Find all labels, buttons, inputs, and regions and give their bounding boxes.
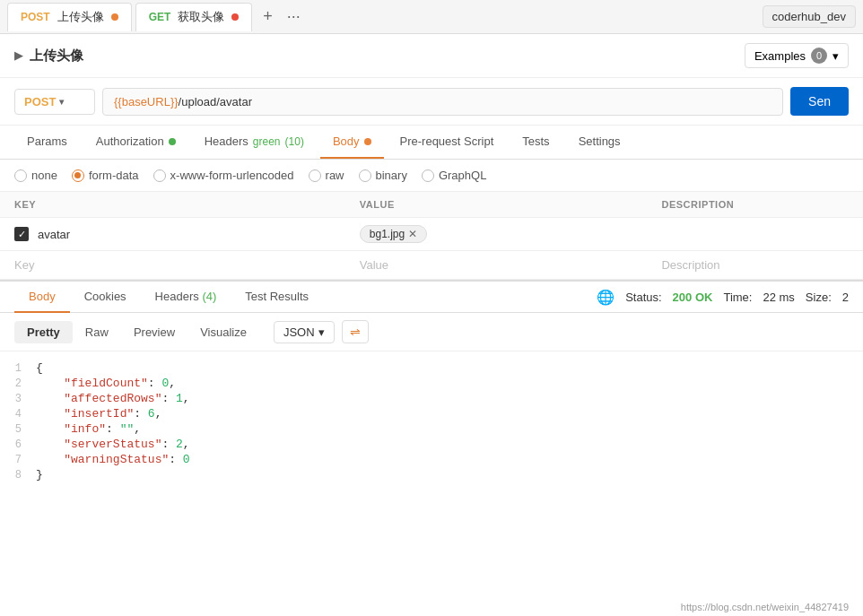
globe-icon: 🌐 bbox=[597, 289, 615, 306]
desc-placeholder: Description bbox=[661, 258, 719, 272]
file-remove-button[interactable]: ✕ bbox=[408, 228, 417, 240]
resp-tab-headers[interactable]: Headers (4) bbox=[141, 282, 231, 313]
tab-settings-label: Settings bbox=[579, 134, 621, 148]
size-label: Size: bbox=[806, 291, 832, 304]
row-key-value: avatar bbox=[38, 228, 70, 241]
code-line-6: 6 "serverStatus": 2, bbox=[0, 437, 863, 452]
line-content-8: } bbox=[36, 468, 43, 482]
line-content-7: "warningStatus": 0 bbox=[36, 453, 190, 466]
coderhub-badge-area: coderhub_dev bbox=[763, 5, 856, 28]
resp-headers-label: Headers bbox=[155, 290, 199, 303]
line-content-2: "fieldCount": 0, bbox=[36, 377, 176, 390]
add-tab-button[interactable]: + bbox=[259, 4, 276, 30]
examples-chevron-icon: ▾ bbox=[832, 49, 839, 63]
line-content-3: "affectedRows": 1, bbox=[36, 392, 190, 405]
empty-desc-cell[interactable]: Description bbox=[647, 251, 863, 280]
line-num-6: 6 bbox=[0, 438, 36, 451]
code-line-1: 1 { bbox=[0, 360, 863, 376]
col-key-header: KEY bbox=[0, 192, 345, 218]
tab-params-label: Params bbox=[27, 134, 67, 148]
examples-button[interactable]: Examples 0 ▾ bbox=[745, 43, 849, 68]
view-preview-label: Preview bbox=[134, 325, 175, 339]
code-viewer: 1 { 2 "fieldCount": 0, 3 "affectedRows":… bbox=[0, 351, 863, 491]
footer-bar: https://blog.csdn.net/weixin_44827419 bbox=[667, 598, 863, 616]
file-badge: bg1.jpg ✕ bbox=[360, 225, 427, 243]
response-tabs: Body Cookies Headers (4) Test Results 🌐 … bbox=[0, 280, 863, 313]
body-type-row: none form-data x-www-form-urlencoded raw… bbox=[0, 160, 863, 192]
line-content-4: "insertId": 6, bbox=[36, 407, 161, 421]
view-tabs: Pretty Raw Preview Visualize JSON ▾ ⇌ bbox=[0, 313, 863, 351]
radio-urlencoded[interactable]: x-www-form-urlencoded bbox=[153, 169, 294, 182]
radio-none-circle bbox=[14, 169, 27, 182]
headers-count-num: (10) bbox=[285, 135, 304, 148]
tab-post-upload[interactable]: POST 上传头像 bbox=[7, 3, 132, 31]
url-suffix: /upload/avatar bbox=[179, 95, 252, 108]
radio-form-data-label: form-data bbox=[89, 169, 139, 182]
resp-tab-cookies[interactable]: Cookies bbox=[70, 282, 141, 313]
authorization-dot bbox=[169, 138, 176, 145]
status-label: Status: bbox=[625, 291, 661, 304]
radio-binary[interactable]: binary bbox=[359, 169, 407, 182]
row-value-cell[interactable]: bg1.jpg ✕ bbox=[345, 218, 648, 251]
radio-urlencoded-label: x-www-form-urlencoded bbox=[170, 169, 294, 182]
empty-key-cell[interactable]: Key bbox=[0, 251, 345, 280]
tab-body-label: Body bbox=[333, 134, 360, 148]
radio-binary-label: binary bbox=[376, 169, 407, 182]
method-select[interactable]: POST ▾ bbox=[14, 89, 95, 115]
request-tabs: Params Authorization Headers green (10) … bbox=[0, 126, 863, 160]
tab-get-name: 获取头像 bbox=[178, 9, 224, 25]
format-arrow-icon: ▾ bbox=[318, 325, 325, 339]
tab-body[interactable]: Body bbox=[320, 126, 384, 159]
code-line-4: 4 "insertId": 6, bbox=[0, 406, 863, 421]
file-name: bg1.jpg bbox=[370, 228, 405, 240]
request-title-bar: ▶ 上传头像 Examples 0 ▾ bbox=[0, 34, 863, 78]
view-tab-visualize[interactable]: Visualize bbox=[187, 321, 259, 343]
code-line-7: 7 "warningStatus": 0 bbox=[0, 452, 863, 467]
code-line-3: 3 "affectedRows": 1, bbox=[0, 391, 863, 406]
code-line-5: 5 "info": "", bbox=[0, 421, 863, 437]
format-select[interactable]: JSON ▾ bbox=[274, 321, 335, 343]
line-content-1: { bbox=[36, 361, 43, 375]
empty-value-cell[interactable]: Value bbox=[345, 251, 648, 280]
tab-prerequest-label: Pre-request Script bbox=[400, 134, 494, 148]
send-button[interactable]: Sen bbox=[790, 87, 849, 116]
radio-form-data[interactable]: form-data bbox=[72, 169, 139, 182]
tab-authorization[interactable]: Authorization bbox=[83, 126, 188, 159]
radio-raw-circle bbox=[309, 169, 321, 182]
view-tab-raw[interactable]: Raw bbox=[73, 321, 121, 343]
row-desc-cell[interactable] bbox=[647, 218, 863, 251]
url-bar: POST ▾ {{baseURL}}/upload/avatar Sen bbox=[0, 78, 863, 126]
resp-tab-body[interactable]: Body bbox=[14, 282, 70, 313]
url-input[interactable]: {{baseURL}}/upload/avatar bbox=[102, 88, 783, 116]
line-num-5: 5 bbox=[0, 423, 36, 436]
headers-count: green bbox=[253, 135, 281, 148]
view-tab-pretty[interactable]: Pretty bbox=[14, 321, 73, 343]
view-visualize-label: Visualize bbox=[200, 325, 247, 339]
tab-bar: POST 上传头像 GET 获取头像 + ··· coderhub_dev bbox=[0, 0, 863, 34]
line-num-2: 2 bbox=[0, 377, 36, 390]
method-post-label: POST bbox=[21, 11, 50, 23]
line-num-7: 7 bbox=[0, 454, 36, 466]
tab-prerequest[interactable]: Pre-request Script bbox=[388, 126, 507, 159]
tab-post-name: 上传头像 bbox=[57, 9, 104, 25]
line-num-1: 1 bbox=[0, 362, 36, 375]
line-num-3: 3 bbox=[0, 393, 36, 405]
view-tab-preview[interactable]: Preview bbox=[121, 321, 187, 343]
radio-raw[interactable]: raw bbox=[309, 169, 344, 182]
tab-params[interactable]: Params bbox=[14, 126, 80, 159]
tab-headers[interactable]: Headers green (10) bbox=[192, 126, 317, 159]
row-key-cell: avatar bbox=[0, 218, 345, 251]
tab-settings[interactable]: Settings bbox=[566, 126, 633, 159]
table-row: avatar bg1.jpg ✕ bbox=[0, 218, 863, 251]
row-checkbox[interactable] bbox=[14, 227, 29, 241]
radio-none[interactable]: none bbox=[14, 169, 57, 182]
tab-get-avatar[interactable]: GET 获取头像 bbox=[135, 3, 253, 31]
radio-raw-label: raw bbox=[326, 169, 344, 182]
more-tabs-button[interactable]: ··· bbox=[283, 4, 304, 30]
wrap-button[interactable]: ⇌ bbox=[342, 320, 369, 343]
tab-tests[interactable]: Tests bbox=[510, 126, 562, 159]
radio-graphql[interactable]: GraphQL bbox=[422, 169, 486, 182]
method-get-label: GET bbox=[149, 11, 171, 23]
size-value: 2 bbox=[842, 291, 849, 304]
resp-tab-testresults[interactable]: Test Results bbox=[231, 282, 323, 313]
